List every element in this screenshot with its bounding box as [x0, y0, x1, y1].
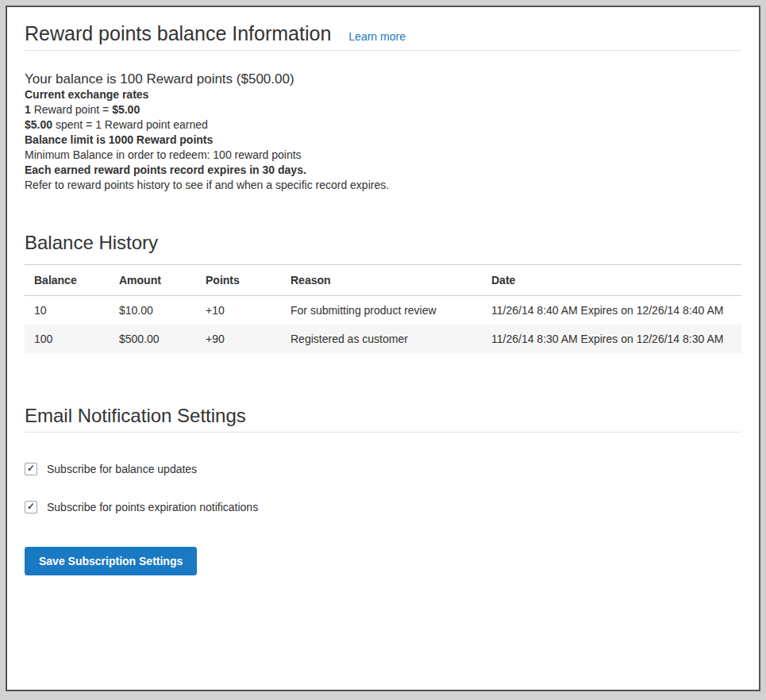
balance-history-table: Balance Amount Points Reason Date 10 $10… — [25, 264, 741, 353]
rate2-currency: $5.00 — [25, 118, 52, 131]
rate2-text: spent = — [52, 118, 95, 131]
learn-more-link[interactable]: Learn more — [348, 30, 406, 43]
balance-summary: Your balance is 100 Reward points ($500.… — [25, 71, 741, 87]
cell-date: 11/26/14 8:30 AM Expires on 12/26/14 8:3… — [482, 325, 741, 353]
checkmark-icon: ✓ — [27, 463, 35, 473]
exchange-rates-heading: Current exchange rates — [25, 87, 741, 102]
col-header-date: Date — [482, 265, 741, 296]
expiry-note-text: Refer to reward points history to see if… — [25, 178, 741, 193]
cell-reason: For submitting product review — [281, 296, 482, 325]
col-header-balance: Balance — [25, 265, 110, 296]
cell-amount: $500.00 — [110, 325, 196, 353]
email-notification-heading: Email Notification Settings — [25, 404, 741, 427]
table-row: 100 $500.00 +90 Registered as customer 1… — [25, 325, 741, 353]
rate-line1: 1 Reward point = $5.00 — [25, 103, 140, 116]
exchange-rates-lines: 1 Reward point = $5.00 $5.00 spent = 1 R… — [25, 102, 741, 133]
min-balance-text: Minimum Balance in order to redeem: 100 … — [25, 148, 741, 163]
balance-history-heading: Balance History — [25, 231, 741, 254]
subscribe-balance-updates-label: Subscribe for balance updates — [47, 463, 197, 475]
cell-date: 11/26/14 8:40 AM Expires on 12/26/14 8:4… — [482, 296, 741, 325]
email-section-divider — [25, 432, 741, 433]
cell-reason: Registered as customer — [281, 325, 482, 353]
rate1-text: Reward point = — [31, 103, 112, 116]
cell-balance: 100 — [25, 325, 110, 353]
subscribe-balance-updates-row: ✓ Subscribe for balance updates — [25, 463, 741, 475]
rate2-points: 1 Reward point earned — [95, 118, 208, 131]
col-header-points: Points — [196, 265, 281, 296]
page-title: Reward points balance Information — [25, 21, 331, 45]
cell-amount: $10.00 — [110, 296, 196, 325]
col-header-reason: Reason — [281, 265, 482, 296]
cell-points: +90 — [196, 325, 281, 353]
reward-info-panel: Reward points balance Information Learn … — [6, 6, 760, 691]
rate-line2: $5.00 spent = 1 Reward point earned — [25, 118, 208, 131]
table-header-row: Balance Amount Points Reason Date — [25, 265, 741, 296]
rate1-points: 1 — [25, 103, 31, 116]
balance-limit-text: Balance limit is 1000 Reward points — [25, 133, 741, 148]
subscribe-expiration-checkbox[interactable]: ✓ — [25, 501, 37, 513]
checkmark-icon: ✓ — [27, 502, 35, 511]
subscribe-expiration-label: Subscribe for points expiration notifica… — [47, 501, 258, 513]
cell-points: +10 — [196, 296, 281, 325]
table-row: 10 $10.00 +10 For submitting product rev… — [25, 296, 741, 325]
cell-balance: 10 — [25, 296, 110, 325]
col-header-amount: Amount — [110, 265, 196, 296]
expiry-text: Each earned reward points record expires… — [25, 163, 741, 178]
header-divider — [25, 50, 741, 51]
page-header: Reward points balance Information Learn … — [25, 21, 741, 45]
rate1-currency: $5.00 — [112, 103, 140, 116]
save-subscription-settings-button[interactable]: Save Subscription Settings — [25, 547, 197, 575]
subscribe-balance-updates-checkbox[interactable]: ✓ — [25, 463, 37, 475]
subscribe-expiration-row: ✓ Subscribe for points expiration notifi… — [25, 501, 741, 513]
